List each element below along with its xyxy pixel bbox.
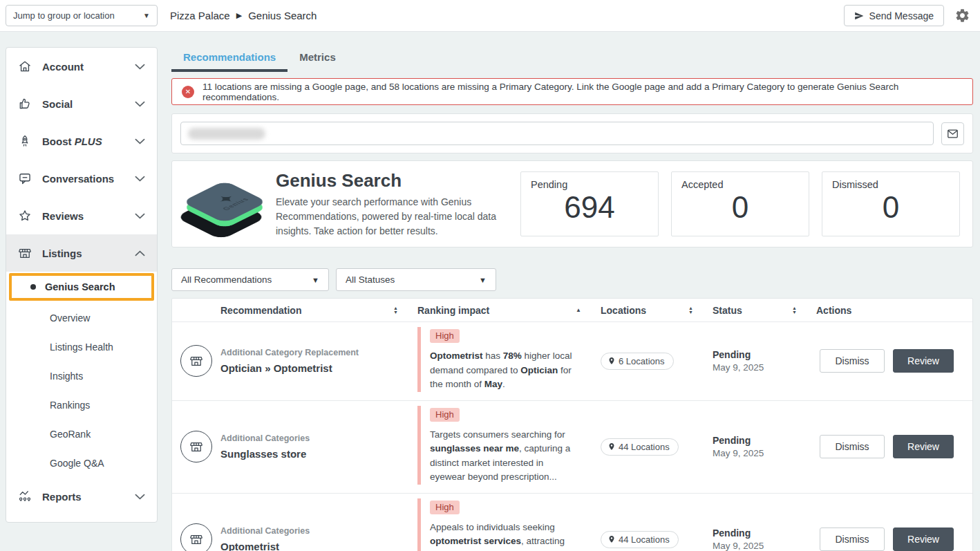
genius-search-card: ✦ Genius Genius Search Elevate your sear… xyxy=(171,160,973,248)
stat-box-dismissed: Dismissed 0 xyxy=(822,171,960,236)
sort-icon[interactable]: ▲▼ xyxy=(792,306,797,315)
recommendation-type: Additional Category Replacement xyxy=(220,348,404,357)
thumbs-up-icon xyxy=(18,97,32,111)
page-body: Account Social Boost PLUS Conversations … xyxy=(0,32,980,551)
recommendation-name: Optician » Optometrist xyxy=(220,362,404,374)
sidebar-item-account[interactable]: Account xyxy=(6,48,157,85)
stat-box-accepted: Accepted 0 xyxy=(671,171,809,236)
sidebar-item-insights[interactable]: Insights xyxy=(6,362,157,391)
ranking-impact-cell: High Appeals to individuals seeking opto… xyxy=(417,494,601,551)
chevron-down-icon xyxy=(135,494,145,500)
table-row: Additional Categories Sunglasses store H… xyxy=(172,400,972,493)
impact-description: Targets consumers searching for sunglass… xyxy=(430,428,576,485)
locations-cell: 6 Locations xyxy=(601,322,713,400)
table-row: Additional Categories Optometrist High A… xyxy=(172,493,972,551)
sidebar-item-boost[interactable]: Boost PLUS xyxy=(6,122,157,160)
star-icon xyxy=(18,209,32,223)
envelope-icon xyxy=(947,128,959,140)
recommendation-cell: Additional Category Replacement Optician… xyxy=(220,322,417,400)
review-button[interactable]: Review xyxy=(893,349,954,373)
impact-badge: High xyxy=(430,329,460,343)
review-button[interactable]: Review xyxy=(893,527,954,551)
storefront-icon xyxy=(180,523,212,551)
stat-value: 694 xyxy=(531,190,648,225)
impact-badge: High xyxy=(430,408,460,422)
ranking-impact-cell: High Optometrist has 78% higher local de… xyxy=(417,322,601,400)
status-label: Pending xyxy=(713,435,816,446)
error-banner: ✕ 11 locations are missing a Google page… xyxy=(171,78,973,105)
chevron-down-icon xyxy=(135,64,145,70)
locations-pill[interactable]: 6 Locations xyxy=(601,353,674,370)
active-bullet-icon xyxy=(30,284,36,290)
stat-label: Dismissed xyxy=(832,179,950,190)
locations-pill[interactable]: 44 Locations xyxy=(601,531,679,548)
tab-bar: Recommendations Metrics xyxy=(171,47,973,72)
send-message-button[interactable]: Send Message xyxy=(844,5,944,26)
sidebar-item-listings[interactable]: Listings xyxy=(6,234,157,272)
breadcrumb-parent[interactable]: Pizza Palace xyxy=(170,10,230,21)
status-filter-select[interactable]: All Statuses ▼ xyxy=(336,268,496,291)
envelope-button[interactable] xyxy=(941,122,964,145)
recommendation-name: Sunglasses store xyxy=(220,448,404,460)
recommendation-type: Additional Categories xyxy=(220,526,404,536)
row-icon-cell xyxy=(172,494,220,551)
hero-text: Genius Search Elevate your search perfor… xyxy=(276,170,505,239)
recommendation-filter-select[interactable]: All Recommendations ▼ xyxy=(171,268,329,291)
paper-plane-icon xyxy=(854,11,864,21)
sidebar-item-listings-health[interactable]: Listings Health xyxy=(6,333,157,362)
storefront-icon xyxy=(180,345,212,377)
stats-row: Pending 694Accepted 0Dismissed 0 xyxy=(520,171,960,236)
status-date: May 9, 2025 xyxy=(713,448,816,458)
column-header-status[interactable]: Status▲▼ xyxy=(713,305,816,316)
recommendations-table: Recommendation▲▼Ranking impact▲Locations… xyxy=(171,298,973,551)
sidebar-item-conversations[interactable]: Conversations xyxy=(6,160,157,197)
stat-value: 0 xyxy=(832,190,950,225)
dismiss-button[interactable]: Dismiss xyxy=(820,349,885,373)
error-banner-text: 11 locations are missing a Google page, … xyxy=(202,82,963,102)
column-header-ranking-impact[interactable]: Ranking impact▲ xyxy=(417,305,601,316)
storefront-icon xyxy=(18,246,32,260)
search-card xyxy=(171,113,973,153)
sidebar-submenu: Genius SearchOverviewListings HealthInsi… xyxy=(6,273,157,478)
impact-description: Appeals to individuals seeking optometri… xyxy=(430,521,576,551)
sidebar-item-overview[interactable]: Overview xyxy=(6,303,157,333)
column-header-actions[interactable]: Actions xyxy=(816,305,972,316)
search-input[interactable] xyxy=(180,122,934,145)
recommendation-type: Additional Categories xyxy=(220,433,404,443)
review-button[interactable]: Review xyxy=(893,435,954,458)
sort-icon[interactable]: ▲▼ xyxy=(688,306,693,315)
sidebar-item-social[interactable]: Social xyxy=(6,85,157,122)
hero-description: Elevate your search performance with Gen… xyxy=(276,195,505,239)
sidebar-item-rankings[interactable]: Rankings xyxy=(6,391,157,420)
sort-asc-icon[interactable]: ▲ xyxy=(576,307,581,313)
gear-icon[interactable] xyxy=(954,8,970,24)
tab-metrics[interactable]: Metrics xyxy=(288,47,348,72)
chart-icon xyxy=(18,489,32,503)
speech-bubble-icon xyxy=(18,171,32,185)
sidebar-item-georank[interactable]: GeoRank xyxy=(6,420,157,449)
sidebar-item-genius-search-active[interactable]: Genius Search xyxy=(9,273,154,301)
row-icon-cell xyxy=(172,322,220,400)
breadcrumb-current: Genius Search xyxy=(248,10,317,21)
status-label: Pending xyxy=(713,349,816,360)
recommendation-cell: Additional Categories Sunglasses store xyxy=(220,401,417,493)
sidebar-item-reviews[interactable]: Reviews xyxy=(6,197,157,234)
locations-pill[interactable]: 44 Locations xyxy=(601,438,679,456)
sort-icon[interactable]: ▲▼ xyxy=(393,306,398,315)
pin-icon xyxy=(607,356,616,366)
dismiss-button[interactable]: Dismiss xyxy=(820,527,885,551)
sidebar: Account Social Boost PLUS Conversations … xyxy=(6,47,158,523)
sidebar-item-reports[interactable]: Reports xyxy=(6,478,157,515)
jump-to-group-select[interactable]: Jump to group or location ▼ xyxy=(6,5,158,26)
status-label: Pending xyxy=(713,527,816,539)
column-header-locations[interactable]: Locations▲▼ xyxy=(601,305,713,316)
column-header-recommendation[interactable]: Recommendation▲▼ xyxy=(220,305,417,316)
row-icon-cell xyxy=(172,401,220,493)
tab-recommendations[interactable]: Recommendations xyxy=(171,47,288,72)
stat-value: 0 xyxy=(681,190,799,225)
breadcrumb: Pizza Palace ▶ Genius Search xyxy=(170,10,317,21)
stat-label: Accepted xyxy=(681,179,799,190)
impact-description: Optometrist has 78% higher local demand … xyxy=(430,349,576,392)
sidebar-item-google-q-a[interactable]: Google Q&A xyxy=(6,449,157,478)
dismiss-button[interactable]: Dismiss xyxy=(820,435,885,458)
